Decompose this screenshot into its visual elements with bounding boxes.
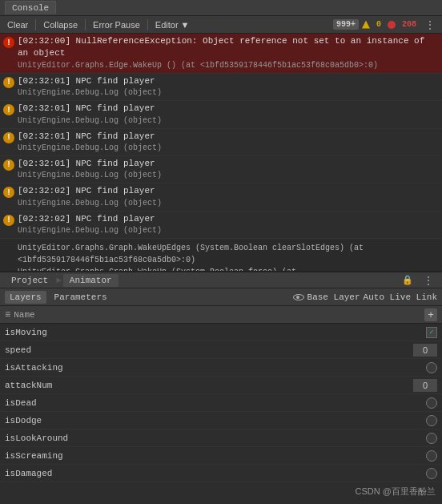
log-text-4: [02:32:01] NPC find player UnityEngine.D… [18, 158, 439, 181]
log-text-6: [02:32:02] NPC find player UnityEngine.D… [18, 213, 439, 236]
count-badge: 999+ [333, 19, 359, 30]
clear-button[interactable]: Clear [3, 18, 32, 31]
animator-tab[interactable]: Animator [63, 274, 119, 287]
log-line1-6: [02:32:02] NPC find player [18, 213, 439, 225]
toolbar-sep-2 [85, 19, 86, 30]
param-attackNum[interactable]: attackNum [0, 377, 442, 394]
log-entry-4[interactable]: ! [02:32:01] NPC find player UnityEngine… [0, 156, 442, 183]
param-circle-isAttacking[interactable] [426, 362, 437, 373]
log-line2-5: UnityEngine.Debug.Log (object) [18, 198, 439, 209]
log-line2-2: UnityEngine.Debug.Log (object) [18, 115, 439, 127]
console-log[interactable]: ! [02:32:00] NullReferenceException: Obj… [0, 34, 442, 271]
param-circle-isLookAround[interactable] [426, 433, 437, 444]
log-line2-1: UnityEngine.Debug.Log (object) [18, 87, 439, 99]
log-line2-4: UnityEngine.Debug.Log (object) [18, 170, 439, 181]
log-line2-3: UnityEngine.Debug.Log (object) [18, 143, 439, 154]
add-parameter-button[interactable]: + [424, 308, 437, 321]
param-isAttacking[interactable]: isAttacking [0, 359, 442, 377]
param-name-isDodge: isDodge [5, 416, 426, 425]
log-text-error: [02:32:00] NullReferenceException: Objec… [18, 35, 439, 71]
param-isDodge[interactable]: isDodge [0, 412, 442, 429]
badge-group: 999+ 0 208 [333, 19, 420, 30]
param-isMoving[interactable]: isMoving ✓ [0, 324, 442, 341]
console-menu-button[interactable]: ⋮ [421, 18, 439, 31]
param-checkbox-isMoving[interactable]: ✓ [426, 327, 437, 338]
trace-line-1: UnityEditor.Graphs.Graph.WakeUpEdges (Sy… [18, 242, 436, 266]
log-line1-2: [02:32:01] NPC find player [18, 103, 439, 115]
log-entry-2[interactable]: ! [02:32:01] NPC find player UnityEngine… [0, 101, 442, 128]
log-entry-1[interactable]: ! [02:32:01] NPC find player UnityEngine… [0, 74, 442, 101]
param-name-isLookAround: isLookAround [5, 433, 426, 443]
project-tab[interactable]: Project [5, 274, 54, 287]
warning-icon-1: ! [3, 77, 14, 88]
warn-icon [362, 21, 370, 29]
name-col-header: Name [14, 310, 421, 320]
anim-toolbar-right: Base Layer Auto Live Link [293, 292, 437, 302]
base-layer-label: Base Layer [307, 292, 360, 302]
error-icon: ! [3, 37, 14, 48]
param-name-isDamaged: isDamaged [5, 469, 426, 478]
anim-sub-toolbar: ≡ Name + [0, 306, 442, 324]
panel-menu-button[interactable]: ⋮ [420, 274, 437, 287]
auto-live-link-label: Auto Live Link [364, 292, 437, 302]
param-value-speed[interactable] [413, 344, 437, 357]
log-line1-4: [02:32:01] NPC find player [18, 158, 439, 170]
warning-icon-3: ! [3, 132, 14, 143]
layers-tab[interactable]: Layers [5, 291, 46, 304]
param-speed[interactable]: speed [0, 341, 442, 359]
warning-icon-5: ! [3, 187, 14, 198]
panel-tab-bar: Project ► Animator 🔒 ⋮ [0, 272, 442, 288]
log-text-1: [02:32:01] NPC find player UnityEngine.D… [18, 75, 439, 99]
log-entry-3[interactable]: ! [02:32:01] NPC find player UnityEngine… [0, 129, 442, 156]
param-isScreaming[interactable]: isScreaming [0, 447, 442, 465]
param-circle-isScreaming[interactable] [426, 450, 437, 462]
editor-button[interactable]: Editor ▼ [151, 18, 194, 31]
console-toolbar: Clear Collapse Error Pause Editor ▼ 999+… [0, 16, 442, 34]
log-line2: UnityEditor.Graphs.Edge.WakeUp () (at <1… [18, 60, 439, 71]
animator-toolbar: Layers Parameters Base Layer Auto Live L… [0, 288, 442, 306]
param-name-speed: speed [5, 345, 413, 355]
param-isDead[interactable]: isDead [0, 394, 442, 412]
error-pause-button[interactable]: Error Pause [89, 18, 144, 31]
param-name-isDead: isDead [5, 398, 426, 408]
param-name-isAttacking: isAttacking [5, 363, 426, 373]
console-tab[interactable]: Console [5, 1, 56, 14]
log-text-5: [02:32:02] NPC find player UnityEngine.D… [18, 185, 439, 208]
param-circle-isDamaged[interactable] [426, 468, 437, 479]
warning-icon-6: ! [3, 215, 14, 226]
console-panel: Console Clear Collapse Error Pause Edito… [0, 0, 442, 272]
trace-line-2: UnityEditor.Graphs.Graph.WakeUp (System.… [18, 266, 436, 271]
log-entry-error[interactable]: ! [02:32:00] NullReferenceException: Obj… [0, 34, 442, 74]
log-line1-3: [02:32:01] NPC find player [18, 131, 439, 143]
param-circle-isDead[interactable] [426, 397, 437, 409]
log-line1-5: [02:32:02] NPC find player [18, 185, 439, 197]
warning-icon-4: ! [3, 159, 14, 171]
eye-icon[interactable] [293, 294, 304, 300]
log-entry-5[interactable]: ! [02:32:02] NPC find player UnityEngine… [0, 183, 442, 211]
log-line2-6: UnityEngine.Debug.Log (object) [18, 225, 439, 236]
panel-lock-button[interactable]: 🔒 [399, 274, 416, 287]
console-tab-bar: Console [0, 0, 442, 16]
param-name-attackNum: attackNum [5, 381, 413, 390]
warning-icon-2: ! [3, 104, 14, 115]
log-expanded: UnityEditor.Graphs.Graph.WakeUpEdges (Sy… [0, 239, 442, 271]
log-line1-1: [02:32:01] NPC find player [18, 75, 439, 87]
param-isLookAround[interactable]: isLookAround [0, 429, 442, 447]
err-icon [388, 21, 396, 29]
param-circle-isDodge[interactable] [426, 415, 437, 426]
parameters-tab[interactable]: Parameters [50, 291, 112, 304]
warn-badge: 0 [373, 19, 384, 30]
param-list[interactable]: isMoving ✓ speed isAttacking attackNum i… [0, 324, 442, 504]
param-name-isMoving: isMoving [5, 328, 426, 337]
toolbar-sep-3 [147, 19, 148, 30]
log-line1: [02:32:00] NullReferenceException: Objec… [18, 35, 439, 60]
param-value-attackNum[interactable] [413, 379, 437, 392]
collapse-button[interactable]: Collapse [39, 18, 82, 31]
animator-panel: Project ► Animator 🔒 ⋮ Layers Parameters… [0, 272, 442, 504]
param-name-isScreaming: isScreaming [5, 451, 426, 461]
filter-icon: ≡ [5, 309, 10, 321]
param-isDamaged[interactable]: isDamaged [0, 465, 442, 482]
log-text-2: [02:32:01] NPC find player UnityEngine.D… [18, 103, 439, 126]
err-badge: 208 [399, 19, 420, 30]
log-entry-6[interactable]: ! [02:32:02] NPC find player UnityEngine… [0, 212, 442, 239]
